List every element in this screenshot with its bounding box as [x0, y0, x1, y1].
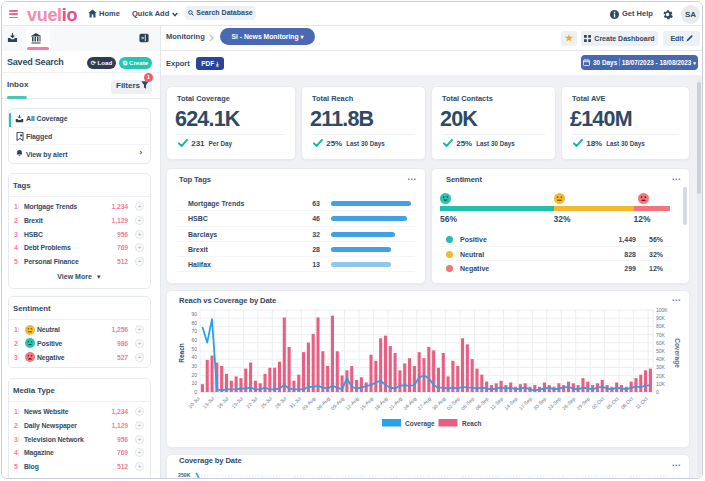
svg-text:30: 30 [191, 363, 197, 369]
svg-text:20-Sep: 20-Sep [532, 395, 548, 411]
svg-text:0: 0 [656, 389, 659, 395]
svg-text:15-Aug: 15-Aug [358, 395, 374, 411]
svg-text:21-Aug: 21-Aug [387, 395, 403, 411]
svg-text:24-Aug: 24-Aug [402, 395, 418, 411]
svg-text:09-Aug: 09-Aug [330, 395, 346, 411]
svg-text:0: 0 [194, 389, 197, 395]
svg-text:10-Jul: 10-Jul [187, 395, 201, 409]
svg-text:26-Sep: 26-Sep [561, 395, 577, 411]
svg-text:28-Jul: 28-Jul [274, 395, 288, 409]
svg-text:100K: 100K [656, 307, 668, 313]
svg-text:70: 70 [191, 328, 197, 334]
svg-text:27-Aug: 27-Aug [416, 395, 432, 411]
svg-text:12-Aug: 12-Aug [344, 395, 360, 411]
svg-text:05-Sep: 05-Sep [460, 395, 476, 411]
svg-text:02-Sep: 02-Sep [445, 395, 461, 411]
svg-text:90: 90 [191, 311, 197, 317]
svg-text:80: 80 [191, 320, 197, 326]
svg-text:22-Jul: 22-Jul [245, 395, 259, 409]
svg-text:60: 60 [191, 337, 197, 343]
svg-text:40: 40 [191, 354, 197, 360]
svg-text:Reach: Reach [178, 343, 185, 363]
svg-text:90K: 90K [656, 315, 666, 321]
svg-text:29-Sep: 29-Sep [575, 395, 591, 411]
svg-text:Coverage: Coverage [405, 420, 435, 428]
svg-text:20: 20 [191, 372, 197, 378]
svg-text:18-Aug: 18-Aug [373, 395, 389, 411]
svg-text:Reach: Reach [462, 420, 482, 427]
svg-text:20K: 20K [656, 373, 666, 379]
svg-text:40K: 40K [656, 356, 666, 362]
svg-text:08-Oct: 08-Oct [619, 395, 634, 410]
svg-text:03-Aug: 03-Aug [301, 395, 317, 411]
svg-text:02-Oct: 02-Oct [590, 395, 605, 410]
svg-text:23-Sep: 23-Sep [546, 395, 562, 411]
svg-text:11-Sep: 11-Sep [489, 395, 505, 411]
svg-text:30-Aug: 30-Aug [431, 395, 447, 411]
svg-text:30K: 30K [656, 364, 666, 370]
svg-text:05-Oct: 05-Oct [605, 395, 620, 410]
svg-text:10: 10 [191, 380, 197, 386]
svg-text:60K: 60K [656, 340, 666, 346]
svg-text:250K: 250K [178, 472, 191, 478]
svg-text:13-Jul: 13-Jul [201, 395, 215, 409]
svg-text:80K: 80K [656, 323, 666, 329]
svg-text:25-Jul: 25-Jul [259, 395, 273, 409]
svg-text:16-Jul: 16-Jul [216, 395, 230, 409]
svg-text:50K: 50K [656, 348, 666, 354]
svg-text:06-Aug: 06-Aug [315, 395, 331, 411]
svg-text:Coverage: Coverage [673, 338, 681, 368]
svg-text:17-Sep: 17-Sep [517, 395, 533, 411]
svg-text:50: 50 [191, 346, 197, 352]
svg-text:70K: 70K [656, 332, 666, 338]
svg-text:14-Sep: 14-Sep [503, 395, 519, 411]
svg-text:08-Sep: 08-Sep [474, 395, 490, 411]
svg-text:10K: 10K [656, 381, 666, 387]
svg-text:19-Jul: 19-Jul [230, 395, 244, 409]
svg-text:11-Oct: 11-Oct [634, 395, 649, 410]
